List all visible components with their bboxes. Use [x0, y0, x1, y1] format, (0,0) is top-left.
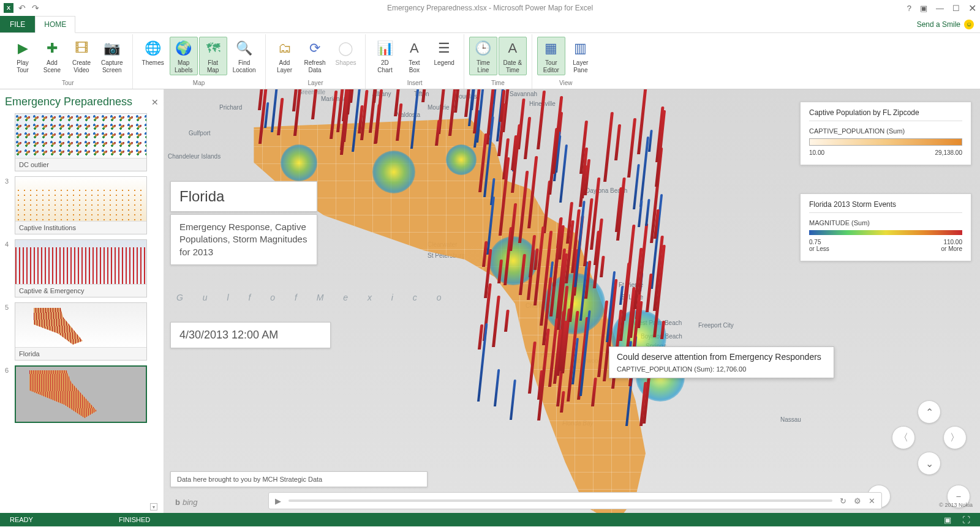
tour-editor-button[interactable]: ▦Tour Editor — [537, 37, 565, 75]
map-navigation: ⌃ 〈〉 ⌄ — [892, 400, 968, 476]
legend-gradient — [809, 138, 962, 146]
ribbon-options-icon[interactable]: ▣ — [920, 4, 927, 13]
text-box-button[interactable]: AText Box — [400, 37, 428, 75]
scene-caption: Florida — [15, 347, 146, 360]
scene-number: 3 — [5, 176, 11, 185]
layer-pane-button[interactable]: ▥Layer Pane — [567, 37, 595, 75]
time-line-button[interactable]: 🕒Time Line — [469, 37, 497, 75]
legend-title: Captive Population by FL Zipcode — [809, 108, 962, 121]
map-labels-button[interactable]: 🌍Map Labels — [170, 37, 198, 75]
group-view-label: View — [559, 78, 573, 89]
shapes-icon: ◯ — [336, 39, 355, 58]
timeline-playbar[interactable]: ▶ ↻ ⚙ ✕ — [268, 492, 882, 509]
credit-box[interactable]: Data here brought to you by MCH Strategi… — [170, 471, 428, 487]
legend-field: MAGNITUDE (Sum) — [809, 219, 962, 226]
pan-left-button[interactable]: 〈 — [892, 426, 915, 449]
group-map-label: Map — [193, 78, 205, 89]
scene-thumb-dc-outlier[interactable]: DC outlier — [15, 113, 147, 171]
legend-captive-population[interactable]: Captive Population by FL Zipcode CAPTIVE… — [800, 102, 971, 165]
timeline-track[interactable] — [288, 499, 832, 502]
datetime-icon: A — [503, 39, 522, 58]
description-box[interactable]: Emergency Response, Captive Populations,… — [170, 214, 317, 265]
help-icon[interactable]: ? — [907, 4, 911, 13]
legend-button[interactable]: ☰Legend — [429, 37, 458, 69]
2d-chart-button[interactable]: 📊2D Chart — [371, 37, 399, 75]
layer-pane-icon: ▥ — [571, 39, 590, 58]
scene-list[interactable]: DC outlier 3 Captive Institutions 4 Capt… — [5, 113, 159, 503]
group-tour: ▶Play Tour ✚Add Scene 🎞Create Video 📷Cap… — [4, 34, 133, 89]
legend-max: 29,138.00 — [935, 149, 963, 156]
legend-field: CAPTIVE_POPULATION (Sum) — [809, 127, 962, 135]
pan-down-button[interactable]: ⌄ — [918, 452, 941, 475]
legend-storm-events[interactable]: Florida 2013 Storm Events MAGNITUDE (Sum… — [800, 193, 971, 261]
nokia-attribution: © 2013 Nokia — [939, 502, 973, 508]
group-time: 🕒Time Line ADate & Time Time — [464, 34, 532, 89]
status-zoomfit-icon[interactable]: ⛶ — [962, 515, 970, 525]
scene-thumb-current[interactable] — [15, 365, 147, 423]
layers-add-icon: 🗂 — [275, 39, 295, 58]
scene-pane-close-icon[interactable]: ✕ — [151, 97, 159, 107]
group-insert: 📊2D Chart AText Box ☰Legend Insert — [366, 34, 464, 89]
region-title: Florida — [179, 188, 308, 205]
title-bar: X ↶ ↷ Emergency Preparedness.xlsx - Micr… — [0, 0, 980, 16]
file-tab[interactable]: FILE — [0, 16, 35, 32]
pan-up-button[interactable]: ⌃ — [918, 400, 941, 424]
map-viewport[interactable]: Prichard Gulfport Chandeleur Islands Mar… — [164, 89, 980, 513]
scene-thumb-captive-emergency[interactable]: Captive & Emergency — [15, 239, 147, 297]
scene-caption: Captive & Emergency — [15, 284, 146, 297]
legend-icon: ☰ — [434, 39, 454, 58]
pan-right-button[interactable]: 〉 — [943, 426, 967, 449]
plus-icon: ✚ — [42, 39, 62, 58]
play-button-icon[interactable]: ▶ — [275, 496, 281, 506]
create-video-button[interactable]: 🎞Create Video — [67, 37, 96, 75]
capture-screen-button[interactable]: 📷Capture Screen — [97, 37, 127, 75]
city-label: Nassau — [780, 416, 801, 423]
tour-editor-icon: ▦ — [541, 39, 561, 58]
scene-number — [5, 113, 11, 114]
region-title-box[interactable]: Florida — [170, 181, 317, 212]
themes-button[interactable]: 🌐Themes — [138, 37, 168, 69]
scene-number: 4 — [5, 239, 11, 248]
add-scene-button[interactable]: ✚Add Scene — [38, 37, 66, 75]
scene-scroll-down-icon[interactable]: ▾ — [150, 503, 157, 510]
home-tab[interactable]: HOME — [35, 16, 75, 33]
maximize-icon[interactable]: ☐ — [952, 4, 960, 13]
timestamp-box[interactable]: 4/30/2013 12:00 AM — [170, 322, 331, 348]
scene-number: 6 — [5, 365, 11, 374]
globe-icon: 🌐 — [143, 39, 163, 58]
scene-thumb-captive-institutions[interactable]: Captive Institutions — [15, 176, 147, 234]
legend-max: 110.00or More — [941, 239, 962, 252]
scene-thumb-florida[interactable]: Florida — [15, 302, 147, 361]
add-layer-button[interactable]: 🗂Add Layer — [271, 37, 299, 75]
clock-icon: 🕒 — [473, 39, 493, 58]
settings-gear-icon[interactable]: ⚙ — [854, 496, 861, 506]
city-label: Gulfport — [189, 130, 211, 136]
group-map: 🌐Themes 🌍Map Labels 🗺Flat Map 🔍Find Loca… — [133, 34, 266, 89]
group-insert-label: Insert — [407, 78, 423, 89]
minimize-icon[interactable]: — — [936, 4, 944, 13]
legend-gradient — [809, 230, 962, 235]
flat-map-button[interactable]: 🗺Flat Map — [199, 37, 227, 75]
data-callout[interactable]: Could deserve attention from Emergency R… — [609, 346, 834, 378]
ribbon: ▶Play Tour ✚Add Scene 🎞Create Video 📷Cap… — [0, 33, 980, 89]
textbox-icon: A — [404, 39, 424, 58]
florida-shape — [244, 89, 746, 513]
timeline-close-icon[interactable]: ✕ — [869, 496, 875, 506]
date-time-button[interactable]: ADate & Time — [499, 37, 527, 75]
undo-icon[interactable]: ↶ — [18, 3, 26, 13]
close-icon[interactable]: ✕ — [968, 2, 976, 14]
scene-number: 5 — [5, 302, 11, 311]
status-view-icon[interactable]: ▣ — [944, 515, 951, 525]
send-a-smile[interactable]: Send a Smile ☺ — [917, 20, 974, 29]
smile-icon: ☺ — [964, 20, 974, 29]
loop-icon[interactable]: ↻ — [840, 496, 846, 506]
refresh-data-button[interactable]: ⟳Refresh Data — [300, 37, 330, 75]
ribbon-tabstrip: FILE HOME Send a Smile ☺ — [0, 16, 980, 33]
group-layer: 🗂Add Layer ⟳Refresh Data ◯Shapes Layer — [266, 34, 366, 89]
refresh-icon: ⟳ — [305, 39, 325, 58]
shapes-button[interactable]: ◯Shapes — [331, 37, 361, 69]
find-location-button[interactable]: 🔍Find Location — [228, 37, 260, 75]
play-tour-button[interactable]: ▶Play Tour — [9, 37, 37, 75]
globe-label-icon: 🌍 — [174, 39, 194, 58]
redo-icon[interactable]: ↷ — [32, 3, 39, 13]
